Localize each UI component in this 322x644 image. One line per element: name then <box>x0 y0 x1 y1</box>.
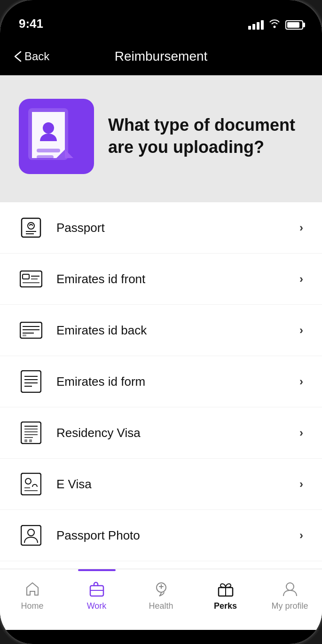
nav-label-home: Home <box>21 601 43 611</box>
svg-rect-33 <box>21 473 41 495</box>
list-item[interactable]: Emirates id back › <box>0 305 322 356</box>
passport-label: Passport <box>56 221 299 235</box>
nav-label-perks: Perks <box>214 601 237 611</box>
nav-item-perks[interactable]: Perks <box>193 576 258 611</box>
nav-label-health: Health <box>149 601 173 611</box>
list-item[interactable]: Passport › <box>0 202 322 254</box>
list-item[interactable]: Passport Photo › <box>0 510 322 561</box>
home-icon <box>23 580 42 598</box>
svg-rect-32 <box>29 439 32 442</box>
battery-fill <box>287 22 299 28</box>
nav-label-my-profile: My profile <box>271 601 308 611</box>
nav-label-work: Work <box>87 601 107 611</box>
emirates-id-front-icon <box>19 267 43 291</box>
perks-icon <box>216 580 235 598</box>
health-icon <box>152 580 171 598</box>
passport-photo-icon <box>19 523 43 548</box>
svg-point-34 <box>25 478 31 484</box>
residency-visa-label: Residency Visa <box>56 426 299 440</box>
hero-section: What type of document are you uploading? <box>0 75 322 202</box>
back-label: Back <box>24 50 49 63</box>
emirates-id-front-label: Emirates id front <box>56 272 299 286</box>
nav-item-home[interactable]: Home <box>0 576 64 611</box>
header: Back Reimbursement <box>0 38 322 75</box>
passport-icon <box>19 215 43 240</box>
my-profile-icon <box>281 580 299 598</box>
list-item[interactable]: Emirates id form › <box>0 356 322 407</box>
svg-point-3 <box>43 122 54 134</box>
emirates-id-form-label: Emirates id form <box>56 374 299 389</box>
emirates-id-form-icon <box>19 369 43 394</box>
chevron-icon: › <box>299 324 303 337</box>
notch <box>114 0 208 19</box>
home-bar <box>114 634 208 636</box>
chevron-icon: › <box>299 272 303 286</box>
svg-rect-20 <box>21 371 41 392</box>
chevron-icon: › <box>299 529 303 542</box>
residency-visa-icon <box>19 421 43 445</box>
nav-item-work[interactable]: Work <box>64 576 129 611</box>
svg-rect-5 <box>37 155 54 159</box>
svg-point-7 <box>28 223 34 229</box>
hero-question: What type of document are you uploading? <box>108 114 303 159</box>
svg-rect-19 <box>23 334 26 336</box>
list-item[interactable]: Emirates id front › <box>0 254 322 305</box>
bottom-nav: Home Work <box>0 569 322 630</box>
e-visa-icon <box>19 472 43 496</box>
svg-rect-31 <box>24 439 27 442</box>
status-time: 9:41 <box>19 16 43 31</box>
chevron-icon: › <box>299 477 303 491</box>
phone-frame: 9:41 <box>0 0 322 644</box>
list-item[interactable]: E Visa › <box>0 459 322 510</box>
svg-rect-11 <box>23 274 29 279</box>
svg-point-38 <box>28 529 34 536</box>
work-icon <box>87 580 106 598</box>
emirates-id-back-label: Emirates id back <box>56 323 299 338</box>
signal-bars-icon <box>248 20 264 30</box>
svg-rect-4 <box>37 149 60 152</box>
phone-screen: 9:41 <box>0 0 322 644</box>
list-item[interactable]: Residency Visa › <box>0 407 322 459</box>
battery-icon <box>285 20 303 30</box>
chevron-icon: › <box>299 426 303 439</box>
passport-photo-label: Passport Photo <box>56 528 299 543</box>
list-item[interactable]: Others › <box>0 561 322 569</box>
back-button[interactable]: Back <box>14 50 49 63</box>
nav-item-health[interactable]: Health <box>129 576 193 611</box>
header-title: Reimbursement <box>115 49 208 64</box>
document-icon <box>19 99 94 174</box>
wifi-icon <box>268 19 281 31</box>
chevron-icon: › <box>299 221 303 234</box>
chevron-icon: › <box>299 375 303 388</box>
svg-point-46 <box>286 583 294 590</box>
emirates-id-back-icon <box>19 318 43 342</box>
e-visa-label: E Visa <box>56 477 299 492</box>
nav-item-my-profile[interactable]: My profile <box>258 576 322 611</box>
document-list: Passport › Emirates id front › <box>0 202 322 569</box>
status-icons <box>248 19 303 31</box>
